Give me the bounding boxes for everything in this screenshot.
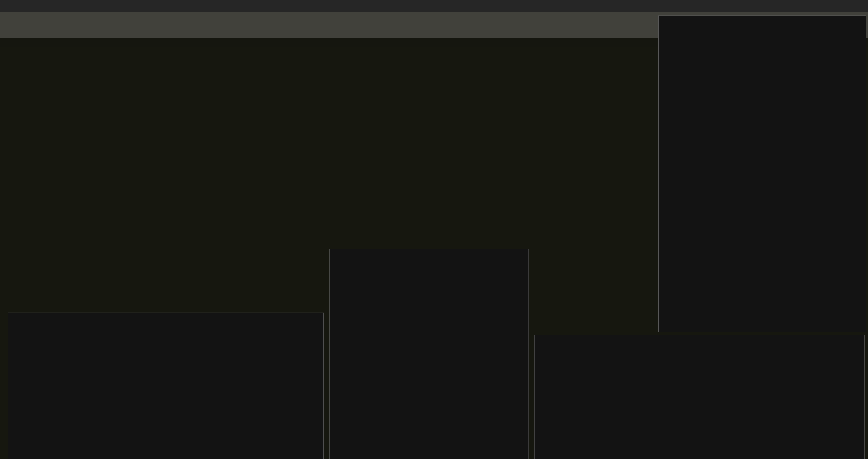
main-toolbar <box>0 0 868 12</box>
find-zone-panel <box>658 15 866 332</box>
tracy-profiler-app <box>0 0 868 459</box>
statistics-panel <box>8 313 324 459</box>
memory-panel <box>534 335 865 459</box>
zone-info-panel <box>330 249 529 459</box>
